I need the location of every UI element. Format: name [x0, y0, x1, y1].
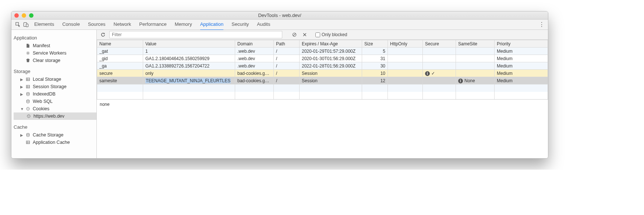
cell[interactable]: .web.dev [235, 55, 274, 62]
cell[interactable] [423, 77, 456, 84]
cell[interactable]: GA1.2.1804046426.1580259929 [143, 55, 235, 62]
tab-console[interactable]: Console [62, 19, 80, 30]
trash-icon [25, 58, 31, 63]
cell[interactable] [423, 48, 456, 55]
device-toggle-icon[interactable] [22, 21, 30, 29]
tab-security[interactable]: Security [231, 19, 249, 30]
sidebar-item-session-storage[interactable]: ▶Session Storage [14, 83, 96, 90]
svg-point-15 [28, 108, 29, 109]
tab-memory[interactable]: Memory [175, 19, 192, 30]
inspect-icon[interactable] [14, 21, 22, 29]
only-blocked-checkbox[interactable]: Only blocked [315, 32, 347, 37]
col-path[interactable]: Path [274, 40, 300, 48]
tab-elements[interactable]: Elements [34, 19, 54, 30]
cell[interactable]: bad-cookies.g… [235, 77, 274, 84]
sidebar-item-https-web-dev[interactable]: https://web.dev [14, 112, 96, 120]
cell[interactable] [456, 48, 495, 55]
cell[interactable]: Medium [495, 77, 548, 84]
svg-point-20 [28, 117, 29, 117]
sidebar-item-web-sql[interactable]: Web SQL [14, 98, 96, 105]
cell[interactable]: .web.dev [235, 62, 274, 70]
cell[interactable]: Medium [495, 70, 548, 77]
sidebar-item-indexeddb[interactable]: ▶IndexedDB [14, 90, 96, 98]
table-row[interactable]: samesiteTEENAGE_MUTANT_NINJA_FLEURTLESba… [97, 77, 548, 84]
cell[interactable]: only [143, 70, 235, 77]
col-samesite[interactable]: SameSite [456, 40, 495, 48]
cell[interactable]: 10 [362, 70, 388, 77]
cell[interactable]: 2020-01-29T01:57:29.000Z [300, 48, 362, 55]
cell[interactable]: .web.dev [235, 48, 274, 55]
svg-rect-22 [26, 141, 30, 144]
col-value[interactable]: Value [143, 40, 235, 48]
table-row[interactable]: secureonlybad-cookies.g…/Session10i✓Medi… [97, 70, 548, 77]
sidebar-item-application-cache[interactable]: Application Cache [14, 139, 96, 146]
tab-audits[interactable]: Audits [257, 19, 270, 30]
sidebar-item-cache-storage[interactable]: ▶Cache Storage [14, 131, 96, 139]
sidebar-item-cookies[interactable]: ▼Cookies [14, 105, 96, 112]
cell[interactable]: 1 [143, 48, 235, 55]
cell[interactable]: iNone [456, 77, 495, 84]
cell[interactable]: samesite [97, 77, 143, 84]
cell[interactable]: Session [300, 70, 362, 77]
cell[interactable] [423, 55, 456, 62]
filter-input[interactable] [109, 31, 282, 38]
sidebar-item-local-storage[interactable]: ▶Local Storage [14, 76, 96, 83]
cell[interactable]: / [274, 55, 300, 62]
cell[interactable] [456, 55, 495, 62]
delete-selected-icon[interactable] [301, 31, 309, 39]
cell[interactable]: Session [300, 77, 362, 84]
sidebar-item-label: Cookies [33, 106, 49, 111]
cookies-table[interactable]: NameValueDomainPathExpires / Max-AgeSize… [97, 40, 548, 99]
cell[interactable]: 30 [362, 62, 388, 70]
cell[interactable] [423, 62, 456, 70]
cell[interactable]: / [274, 48, 300, 55]
cell[interactable] [388, 62, 423, 70]
col-size[interactable]: Size [362, 40, 388, 48]
svg-point-2 [27, 52, 28, 53]
table-row[interactable]: _gaGA1.2.1338892726.1567204722.web.dev/2… [97, 62, 548, 70]
cell[interactable]: _gid [97, 55, 143, 62]
cell[interactable]: bad-cookies.g… [235, 70, 274, 77]
col-secure[interactable]: Secure [423, 40, 456, 48]
cell[interactable]: / [274, 62, 300, 70]
clear-all-icon[interactable] [290, 31, 298, 39]
cell[interactable]: Medium [495, 48, 548, 55]
cell[interactable] [456, 70, 495, 77]
cell[interactable]: Medium [495, 62, 548, 70]
cell[interactable]: 31 [362, 55, 388, 62]
cell[interactable]: i✓ [423, 70, 456, 77]
cell[interactable] [388, 77, 423, 84]
sidebar-item-service-workers[interactable]: Service Workers [14, 49, 96, 57]
cell[interactable] [388, 48, 423, 55]
tab-performance[interactable]: Performance [139, 19, 166, 30]
cell[interactable]: 5 [362, 48, 388, 55]
cell[interactable] [388, 70, 423, 77]
cell[interactable]: _ga [97, 62, 143, 70]
cell[interactable]: secure [97, 70, 143, 77]
cell[interactable]: Medium [495, 55, 548, 62]
refresh-icon[interactable] [99, 31, 107, 39]
cell[interactable]: TEENAGE_MUTANT_NINJA_FLEURTLES [143, 77, 235, 84]
cell[interactable] [388, 55, 423, 62]
col-expires-max-age[interactable]: Expires / Max-Age [300, 40, 362, 48]
table-row[interactable]: _gat1.web.dev/2020-01-29T01:57:29.000Z5M… [97, 48, 548, 55]
cell[interactable]: 2020-01-30T01:56:29.000Z [300, 55, 362, 62]
table-row[interactable]: _gidGA1.2.1804046426.1580259929.web.dev/… [97, 55, 548, 62]
cell[interactable]: _gat [97, 48, 143, 55]
tab-sources[interactable]: Sources [88, 19, 106, 30]
sidebar-item-clear-storage[interactable]: Clear storage [14, 57, 96, 64]
cell[interactable]: / [274, 77, 300, 84]
tab-network[interactable]: Network [114, 19, 131, 30]
more-menu-icon[interactable]: ⋮ [538, 21, 546, 28]
cell[interactable]: 2022-01-28T01:56:29.000Z [300, 62, 362, 70]
tab-application[interactable]: Application [200, 19, 224, 30]
cell[interactable]: / [274, 70, 300, 77]
cell[interactable] [456, 62, 495, 70]
col-domain[interactable]: Domain [235, 40, 274, 48]
cell[interactable]: GA1.2.1338892726.1567204722 [143, 62, 235, 70]
col-name[interactable]: Name [97, 40, 143, 48]
col-priority[interactable]: Priority [495, 40, 548, 48]
col-httponly[interactable]: HttpOnly [388, 40, 423, 48]
sidebar-item-manifest[interactable]: Manifest [14, 42, 96, 49]
cell[interactable]: 12 [362, 77, 388, 84]
